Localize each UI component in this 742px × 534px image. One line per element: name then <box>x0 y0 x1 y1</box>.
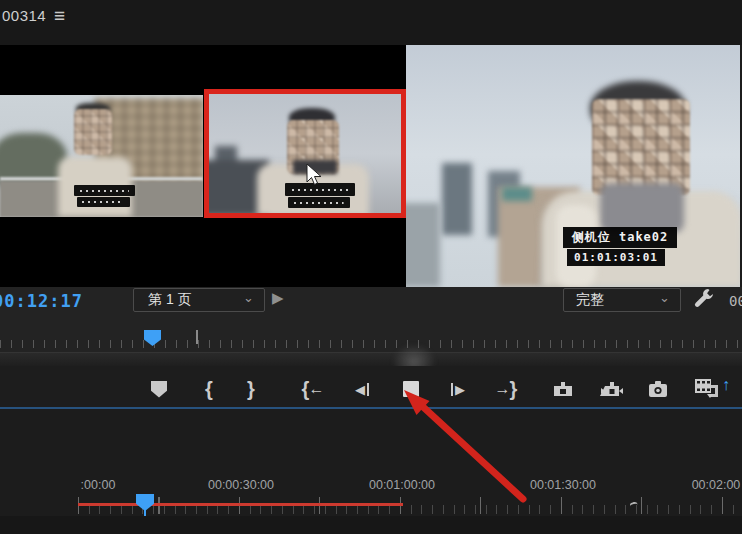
multicam-source-grid <box>0 45 406 287</box>
ruler-label-2m: 00:02:00 <box>692 478 741 492</box>
extract-button[interactable] <box>597 374 627 404</box>
multicam-angle-1-thumbnail[interactable] <box>0 95 203 217</box>
mouse-cursor-icon <box>306 163 323 187</box>
monitor-zoom-scrollbar[interactable] <box>0 352 742 367</box>
export-clip-button[interactable] <box>690 374 724 404</box>
marker-icon <box>151 381 167 398</box>
program-slate-scene-take: 侧机位 take02 <box>563 227 677 248</box>
mini-ruler-marker <box>196 330 198 344</box>
go-to-out-brace-icon: } <box>510 379 518 399</box>
step-forward-button[interactable]: ▶ <box>443 374 473 404</box>
lift-button[interactable] <box>548 374 578 404</box>
stop-icon <box>403 381 419 397</box>
ruler-label-30s: 00:00:30:00 <box>208 478 274 492</box>
program-tower-1 <box>442 163 472 235</box>
step-back-bar <box>367 383 369 396</box>
multicam-angle-2-thumbnail-selected[interactable] <box>204 89 406 218</box>
monitor-mini-ruler[interactable] <box>0 336 742 348</box>
chevron-down-icon: ⌄ <box>659 290 670 305</box>
ruler-label-1m: 00:01:00:00 <box>369 478 435 492</box>
step-forward-icon: ▶ <box>455 383 465 396</box>
go-to-in-button[interactable]: { ← <box>295 374 331 404</box>
mark-in-button[interactable]: { <box>194 374 224 404</box>
add-marker-button[interactable] <box>144 374 174 404</box>
mark-in-icon: { <box>205 379 213 399</box>
page-select-value: 第 1 页 <box>148 291 192 309</box>
thumb1-slate-line1 <box>74 185 135 196</box>
step-back-icon: ◀ <box>355 383 365 396</box>
thumb2-slate-line2 <box>288 197 350 208</box>
export-frame-button[interactable] <box>643 374 673 404</box>
timeline-panel: :00:00 00:00:30:00 00:01:00:00 00:01:30:… <box>0 409 742 534</box>
step-forward-bar <box>451 383 453 396</box>
program-building-teal-band <box>502 187 532 201</box>
ruler-label-1m30s: 00:01:30:00 <box>530 478 596 492</box>
program-buildings-far <box>406 203 440 287</box>
premiere-multicam-window: 00314 ≡ <box>0 0 742 534</box>
panel-scroll-up-button[interactable]: ↑ <box>722 376 730 394</box>
camera-icon <box>646 377 670 401</box>
panel-menu-icon[interactable]: ≡ <box>54 5 65 27</box>
duration-timecode-clipped: 00 <box>729 293 742 309</box>
next-page-button[interactable]: ▶ <box>272 289 284 307</box>
panel-header-bar <box>0 0 742 45</box>
filmstrip-arrow-icon <box>693 376 721 402</box>
step-back-button[interactable]: ◀ <box>347 374 377 404</box>
zoom-level-dropdown[interactable]: 完整 ⌄ <box>563 288 681 312</box>
zoom-level-value: 完整 <box>576 291 604 309</box>
play-stop-button[interactable] <box>396 374 426 404</box>
go-to-in-arrow-icon: ← <box>308 380 324 398</box>
go-to-out-arrow-icon: → <box>495 380 511 398</box>
program-slate-timecode: 01:01:03:01 <box>567 249 665 266</box>
thumb1-slate-line2 <box>77 197 130 207</box>
settings-wrench-icon[interactable] <box>692 287 716 311</box>
timeline-clip-red-bar[interactable] <box>78 503 403 506</box>
program-person-face-mosaic <box>592 99 690 195</box>
mark-out-button[interactable]: } <box>236 374 266 404</box>
program-person-collar <box>600 183 684 233</box>
go-to-out-button[interactable]: → } <box>488 374 524 404</box>
page-select-dropdown[interactable]: 第 1 页 ⌄ <box>133 288 265 312</box>
extract-icon <box>600 377 624 401</box>
lift-icon <box>551 377 575 401</box>
clip-name-label: 00314 <box>2 7 46 24</box>
chevron-down-icon: ⌄ <box>243 290 254 305</box>
timeline-track-area[interactable] <box>0 516 742 534</box>
thumb1-person-face-mosaic <box>74 109 112 155</box>
mark-out-icon: } <box>247 379 255 399</box>
program-monitor-viewer: 侧机位 take02 01:01:03:01 <box>406 45 740 287</box>
ruler-label-0: :00:00 <box>81 478 116 492</box>
current-timecode[interactable]: 00:12:17 <box>0 291 83 311</box>
